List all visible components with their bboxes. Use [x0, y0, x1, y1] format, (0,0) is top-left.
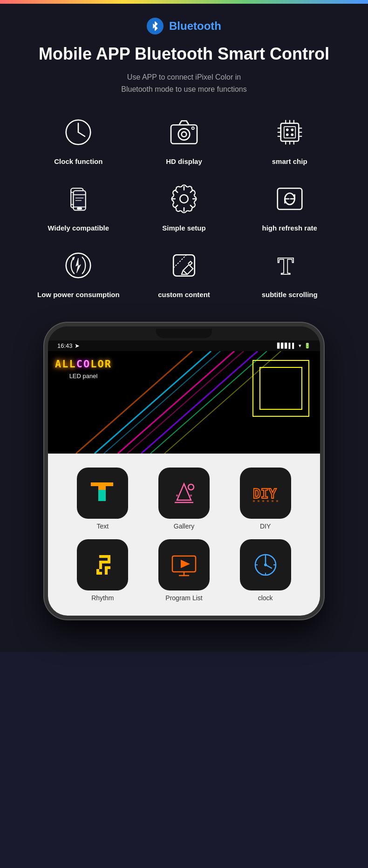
app-item-gallery[interactable]: Gallery: [148, 468, 220, 530]
app-icon-text: [77, 468, 128, 519]
feature-subtitle-scrolling: T subtitle scrolling: [241, 247, 338, 299]
chip-icon: [271, 114, 308, 151]
app-icon-rhythm: [77, 539, 128, 590]
svg-rect-83: [99, 555, 102, 558]
app-label-text: Text: [96, 522, 109, 530]
main-title: Mobile APP Bluetooth Smart Control: [9, 44, 359, 64]
svg-rect-95: [96, 572, 99, 575]
feature-subtitle-label: subtitle scrolling: [262, 290, 318, 299]
svg-rect-38: [173, 255, 195, 277]
svg-rect-61: [102, 486, 106, 490]
app-grid: Text: [67, 468, 301, 602]
svg-rect-100: [105, 572, 108, 575]
app-item-diy[interactable]: DIY DIY: [229, 468, 301, 530]
feature-custom-label: custom content: [158, 290, 210, 299]
svg-rect-81: [276, 500, 278, 502]
svg-rect-57: [102, 482, 106, 486]
svg-line-2: [78, 132, 85, 136]
svg-point-11: [286, 134, 288, 136]
svg-point-6: [192, 127, 194, 129]
svg-rect-65: [102, 494, 106, 497]
svg-line-45: [118, 351, 234, 454]
svg-rect-87: [108, 558, 110, 561]
feature-clock-label: Clock function: [54, 156, 102, 166]
svg-rect-91: [99, 561, 102, 563]
app-item-clock[interactable]: clock: [229, 539, 301, 602]
phone-mockup: 16:43 ➤ ▋▋▋▌▌ ▾ 🔋: [44, 323, 324, 619]
svg-rect-72: [176, 495, 178, 496]
app-label-gallery: Gallery: [174, 522, 194, 530]
app-icon-program-list: [158, 539, 210, 590]
app-label-diy: DIY: [260, 522, 271, 530]
svg-text:DIY: DIY: [253, 486, 277, 502]
svg-rect-76: [253, 500, 255, 502]
feature-refresh-label: high refresh rate: [262, 223, 317, 233]
svg-rect-64: [98, 494, 102, 497]
feature-smart-chip: smart chip: [241, 114, 338, 166]
clock-icon: [60, 114, 97, 151]
phone-status-bar: 16:43 ➤ ▋▋▋▌▌ ▾ 🔋: [48, 340, 320, 351]
feature-compatible-label: Widely compatible: [48, 223, 109, 233]
svg-rect-86: [108, 555, 110, 558]
svg-rect-3: [171, 125, 197, 144]
phone-layers-icon: [60, 180, 97, 217]
app-icon-gallery: [158, 468, 210, 519]
svg-rect-88: [108, 561, 110, 563]
svg-rect-63: [102, 490, 106, 494]
svg-line-49: [150, 351, 267, 454]
svg-rect-31: [78, 208, 82, 210]
svg-rect-92: [99, 563, 102, 566]
svg-rect-8: [284, 127, 295, 138]
svg-rect-78: [262, 500, 264, 502]
svg-rect-85: [105, 555, 108, 558]
svg-point-12: [291, 134, 293, 136]
svg-rect-89: [105, 561, 108, 563]
svg-rect-55: [95, 482, 98, 486]
svg-rect-52: [260, 367, 302, 409]
svg-rect-93: [99, 566, 102, 569]
main-container: Bluetooth Mobile APP Bluetooth Smart Con…: [0, 4, 368, 652]
feature-hd-label: HD display: [166, 156, 202, 166]
svg-line-39: [173, 255, 186, 268]
app-icon-diy: DIY: [240, 468, 291, 519]
svg-text:T: T: [277, 253, 293, 280]
svg-line-47: [141, 351, 258, 454]
svg-rect-68: [168, 477, 200, 509]
svg-point-4: [178, 129, 190, 141]
svg-rect-35: [277, 189, 302, 210]
status-time: 16:43 ➤: [57, 342, 80, 349]
app-item-text[interactable]: Text: [67, 468, 139, 530]
led-pixel-text: ALLCOLOR LED panel: [55, 358, 112, 380]
app-item-rhythm[interactable]: Rhythm: [67, 539, 139, 602]
feature-hd-display: HD display: [136, 114, 232, 166]
svg-line-50: [164, 351, 281, 454]
svg-rect-7: [280, 123, 299, 142]
svg-rect-73: [190, 495, 192, 496]
feature-chip-label: smart chip: [272, 156, 307, 166]
svg-rect-67: [102, 497, 106, 501]
svg-rect-94: [96, 569, 99, 572]
feature-setup-label: Simple setup: [162, 223, 205, 233]
feature-clock: Clock function: [30, 114, 127, 166]
svg-rect-90: [102, 561, 105, 563]
svg-rect-99: [105, 569, 108, 572]
svg-rect-54: [91, 482, 95, 486]
phone-app-section: Text: [48, 454, 320, 616]
sub-title: Use APP to connect iPixel Color inBlueto…: [9, 71, 359, 95]
feature-lowpower-label: Low power consumption: [37, 290, 120, 299]
svg-point-5: [182, 132, 187, 137]
bluetooth-icon: [147, 18, 164, 34]
svg-rect-59: [109, 482, 113, 486]
svg-rect-97: [105, 566, 108, 569]
svg-rect-82: [86, 549, 119, 581]
svg-rect-58: [106, 482, 109, 486]
svg-rect-60: [98, 486, 102, 490]
app-item-program-list[interactable]: Program List: [148, 539, 220, 602]
svg-rect-56: [98, 482, 102, 486]
svg-line-40: [182, 271, 184, 275]
phone-notch: [48, 326, 320, 340]
svg-marker-37: [76, 258, 81, 273]
bluetooth-header: Bluetooth: [9, 18, 359, 34]
feature-low-power: Low power consumption: [30, 247, 127, 299]
app-label-clock: clock: [258, 594, 273, 602]
